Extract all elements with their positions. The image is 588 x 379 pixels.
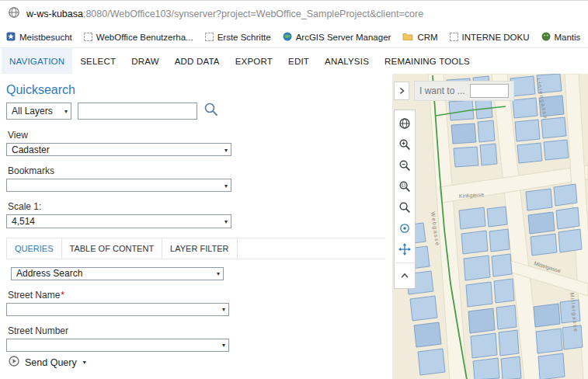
default-favicon	[450, 33, 458, 41]
star-folder-icon	[6, 32, 16, 43]
mantis-icon	[541, 32, 551, 43]
panel-collapse-button[interactable]	[394, 82, 409, 100]
map-canvas[interactable]: Kinkgasse Mittelgasse Webgasse Millergas…	[392, 74, 588, 379]
view-label: View	[8, 130, 386, 141]
query-select[interactable]: Address Search ▾	[11, 267, 224, 280]
send-query-label: Send Query	[25, 357, 77, 368]
scale-label: Scale 1:	[8, 201, 386, 212]
street-number-select[interactable]: ▾	[6, 339, 229, 352]
folder-icon	[402, 32, 413, 43]
chevron-down-icon: ▾	[222, 342, 225, 349]
chevron-down-icon: ▾	[224, 217, 228, 224]
toolbar-collapse-button[interactable]	[395, 263, 414, 286]
street-name-select[interactable]: ▾	[6, 303, 229, 316]
subtab-queries[interactable]: QUERIES	[6, 238, 62, 259]
tab-analysis[interactable]: ANALYSIS	[317, 48, 377, 74]
overview-tool[interactable]	[395, 113, 414, 134]
bookmark-label: Meistbesucht	[19, 33, 72, 42]
bookmark-label: WebOffice Benutzerha...	[96, 33, 193, 42]
zoom-in-tool[interactable]	[395, 134, 414, 155]
tab-draw[interactable]: DRAW	[124, 48, 167, 74]
zoom-window-icon	[398, 180, 411, 193]
tab-export[interactable]: EXPORT	[228, 48, 280, 74]
zoom-extent-icon	[398, 201, 411, 214]
send-query-icon	[8, 355, 20, 370]
tab-edit[interactable]: EDIT	[280, 48, 317, 74]
bookmark-meistbesucht[interactable]: Meistbesucht	[6, 32, 72, 43]
center-marker-icon	[398, 222, 411, 235]
bookmarks-label: Bookmarks	[8, 165, 386, 176]
panel-subtabs: QUERIES TABLE OF CONTENT LAYER FILTER	[6, 238, 386, 259]
chevron-down-icon: ▾	[224, 182, 228, 189]
zoom-out-icon	[398, 159, 411, 172]
chevron-down-icon: ▾	[64, 108, 68, 115]
map-graphic: Kinkgasse Mittelgasse Webgasse Millergas…	[392, 74, 588, 379]
street-number-label: Street Number	[8, 325, 386, 336]
layer-select-value: All Layers	[12, 106, 53, 116]
scale-select-value: 4,514	[12, 216, 35, 227]
bookmark-crm[interactable]: CRM	[402, 32, 437, 43]
zoom-window-tool[interactable]	[395, 176, 414, 196]
content-area: Quicksearch All Layers ▾ View Cadaster ▾…	[0, 74, 588, 379]
subtab-table-of-content[interactable]: TABLE OF CONTENT	[62, 238, 163, 259]
tab-add-data[interactable]: ADD DATA	[167, 48, 228, 74]
i-want-to-widget[interactable]: I want to ...	[414, 81, 514, 101]
i-want-to-label: I want to ...	[419, 85, 465, 96]
search-icon[interactable]	[204, 102, 219, 120]
quicksearch-title: Quicksearch	[6, 83, 386, 97]
url-path: :8080/WebOffice103/synserver?project=Web…	[83, 9, 423, 19]
subtab-layer-filter[interactable]: LAYER FILTER	[162, 238, 237, 259]
site-identity-globe-icon[interactable]	[8, 6, 20, 22]
map-toolbar	[394, 110, 416, 289]
bookmark-interne-doku[interactable]: INTERNE DOKU	[450, 33, 530, 42]
center-marker-tool[interactable]	[395, 217, 414, 238]
collapse-up-icon	[399, 270, 410, 281]
i-want-to-input[interactable]	[470, 84, 509, 98]
view-select-value: Cadaster	[12, 144, 50, 155]
chevron-down-icon: ▾	[224, 146, 228, 153]
ribbon-tab-bar: NAVIGATION SELECT DRAW ADD DATA EXPORT E…	[0, 48, 588, 75]
default-favicon	[205, 33, 214, 41]
zoom-extent-tool[interactable]	[395, 196, 414, 217]
scale-select[interactable]: 4,514 ▾	[6, 214, 231, 228]
quicksearch-input[interactable]	[78, 103, 197, 120]
street-name-label: Street Name*	[8, 290, 386, 301]
bookmark-mantis[interactable]: Mantis	[541, 32, 581, 43]
zoom-out-tool[interactable]	[395, 155, 414, 176]
quicksearch-row: All Layers ▾	[6, 102, 386, 120]
required-marker: *	[61, 290, 64, 301]
url-host: w-ws-kubasa	[26, 9, 83, 19]
pan-tool[interactable]	[395, 238, 414, 259]
query-select-value: Address Search	[16, 268, 82, 279]
tab-navigation[interactable]: NAVIGATION	[2, 48, 72, 74]
bookmark-label: CRM	[417, 33, 437, 42]
chevron-down-icon: ▾	[217, 270, 220, 277]
globe-icon	[283, 32, 292, 43]
bookmarks-select[interactable]: ▾	[6, 179, 231, 192]
layer-select[interactable]: All Layers ▾	[6, 103, 71, 120]
tab-select[interactable]: SELECT	[72, 48, 124, 74]
bookmark-label: Mantis	[555, 33, 581, 42]
url-text[interactable]: w-ws-kubasa:8080/WebOffice103/synserver?…	[26, 9, 423, 19]
chevron-down-icon: ▾	[222, 306, 225, 313]
view-select[interactable]: Cadaster ▾	[6, 143, 231, 156]
tab-remaining-tools[interactable]: REMAINING TOOLS	[377, 48, 478, 74]
navigation-panel: Quicksearch All Layers ▾ View Cadaster ▾…	[0, 74, 392, 379]
bookmark-label: ArcGIS Server Manager	[296, 33, 391, 42]
bookmark-arcgis-server-manager[interactable]: ArcGIS Server Manager	[283, 32, 391, 43]
default-favicon	[84, 33, 92, 41]
overview-globe-icon	[398, 117, 411, 130]
chevron-down-icon: ▾	[83, 359, 86, 366]
bookmark-label: INTERNE DOKU	[462, 33, 530, 42]
pan-icon	[398, 243, 411, 256]
browser-window: { "browser": { "url_host": "w-ws-kubasa"…	[0, 0, 588, 379]
chevron-right-icon	[397, 86, 406, 96]
bookmark-label: Erste Schritte	[217, 33, 271, 42]
address-bar: w-ws-kubasa:8080/WebOffice103/synserver?…	[0, 1, 588, 26]
bookmark-weboffice-benutzerhandbuch[interactable]: WebOffice Benutzerha...	[84, 33, 193, 42]
bookmarks-bar: Meistbesucht WebOffice Benutzerha... Ers…	[0, 26, 588, 48]
zoom-in-icon	[398, 138, 411, 151]
send-query-button[interactable]: Send Query ▾	[6, 352, 386, 373]
bookmark-erste-schritte[interactable]: Erste Schritte	[205, 33, 271, 42]
